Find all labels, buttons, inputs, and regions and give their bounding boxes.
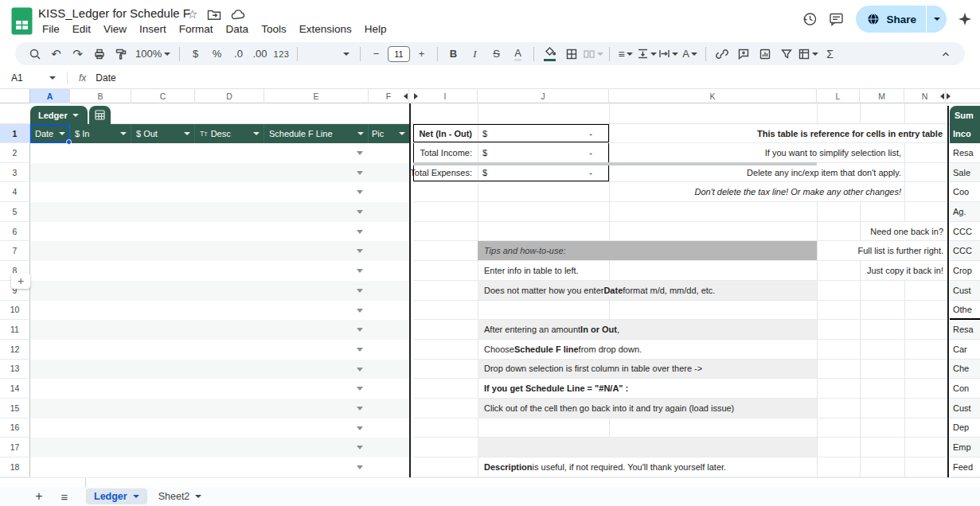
column-header-end[interactable]	[946, 89, 980, 103]
reference-row-cells[interactable]: If you get Schedule Line = "#N/A" :	[413, 379, 947, 399]
sheet-tab-menu-icon[interactable]	[133, 495, 139, 498]
column-header-out[interactable]: $ Out	[131, 124, 195, 143]
summary-item-cell[interactable]: Dep	[950, 418, 980, 438]
schedule-f-dropdown-icon[interactable]	[357, 348, 363, 352]
summary-item-cell[interactable]: Cust	[950, 281, 980, 301]
ledger-row-cells[interactable]	[30, 281, 409, 301]
summary-item-cell[interactable]: Con	[950, 379, 980, 399]
ledger-row-cells[interactable]	[30, 143, 409, 163]
schedule-f-dropdown-icon[interactable]	[357, 465, 363, 469]
tip-text-cell[interactable]: If you get Schedule Line = "#N/A" :	[482, 379, 631, 398]
column-header-f[interactable]: F	[369, 89, 409, 103]
ledger-row-cells[interactable]	[30, 261, 409, 281]
dropdown-icon[interactable]	[357, 132, 364, 135]
summary-item-cell[interactable]: Car	[950, 340, 980, 360]
column-header-k[interactable]: K	[609, 89, 817, 103]
summary-item-cell[interactable]: CCC	[950, 241, 980, 261]
version-history-icon[interactable]	[802, 11, 818, 27]
ledger-row-cells[interactable]	[30, 340, 409, 360]
name-box-caret-icon[interactable]	[49, 76, 56, 80]
column-header-d[interactable]: D	[195, 89, 264, 103]
sheets-logo-icon[interactable]	[11, 7, 33, 35]
reference-row-cells[interactable]: Description is useful, if not required. …	[413, 457, 947, 477]
functions-icon[interactable]: Σ	[820, 45, 840, 64]
summary-item-cell[interactable]: Resa	[950, 320, 980, 340]
table-chip-ledger[interactable]: Ledger	[30, 106, 88, 124]
column-header-schedule-f-line[interactable]: Schedule F Line	[264, 124, 369, 143]
note-text-cell[interactable]: Delete any inc/exp item that don't apply…	[745, 163, 903, 182]
schedule-f-dropdown-icon[interactable]	[357, 446, 363, 450]
reference-row-cells[interactable]	[413, 418, 947, 438]
add-sheet-button[interactable]: +	[29, 489, 49, 504]
column-header-l[interactable]: L	[817, 89, 860, 103]
gemini-sparkle-icon[interactable]	[958, 12, 972, 26]
schedule-f-dropdown-icon[interactable]	[357, 190, 363, 194]
sheet-tab-sheet2[interactable]: Sheet2	[150, 488, 210, 504]
redo-icon[interactable]: ↷	[68, 45, 88, 64]
schedule-f-dropdown-icon[interactable]	[357, 426, 363, 430]
summary-item-cell[interactable]: CCC	[950, 222, 980, 242]
insert-chart-icon[interactable]	[755, 45, 775, 64]
cloud-status-icon[interactable]	[231, 9, 246, 21]
share-button[interactable]: Share	[856, 6, 947, 33]
reference-row-cells[interactable]: Click out of the cell then go back into …	[413, 399, 947, 418]
font-select[interactable]	[303, 45, 354, 64]
reference-row-cells[interactable]: Tips and how-to-use:Full list is further…	[413, 241, 947, 261]
summary-item-cell[interactable]: Feed	[950, 457, 980, 477]
ledger-row-cells[interactable]	[30, 360, 409, 380]
ledger-row-cells[interactable]	[30, 202, 409, 222]
summary-item-cell[interactable]: Othe	[950, 301, 980, 321]
undo-icon[interactable]: ↶	[46, 45, 66, 64]
ledger-row-cells[interactable]	[30, 182, 409, 202]
reference-header-row[interactable]: Net (In - Out) $ - This table is referen…	[413, 124, 947, 143]
tip-text-cell[interactable]: Click out of the cell then go back into …	[482, 399, 736, 418]
summary-item-cell[interactable]: Ag.	[950, 202, 980, 222]
strikethrough-icon[interactable]: S	[486, 45, 506, 64]
menu-file[interactable]: File	[37, 21, 65, 37]
schedule-f-dropdown-icon[interactable]	[357, 151, 363, 155]
summary-item-cell[interactable]: Crop	[950, 261, 980, 281]
summary-item-cell[interactable]: Sale	[950, 163, 980, 183]
table-chip-summary[interactable]: Sum	[950, 106, 980, 124]
schedule-f-dropdown-icon[interactable]	[357, 210, 363, 214]
row-header[interactable]: 16	[0, 418, 30, 438]
net-label-cell[interactable]: Net (In - Out)	[373, 124, 475, 142]
schedule-f-dropdown-icon[interactable]	[357, 269, 363, 273]
menu-insert[interactable]: Insert	[134, 21, 172, 37]
text-rotation-icon[interactable]: A	[680, 45, 700, 64]
row-header[interactable]: 17	[0, 438, 30, 457]
reference-row-cells[interactable]: Choose Schedule F line from drop down.	[413, 340, 947, 360]
merge-cells-icon[interactable]	[583, 45, 603, 64]
note-text-cell[interactable]: Don't delete the tax line! Or make any o…	[693, 182, 903, 201]
bold-icon[interactable]: B	[443, 45, 463, 64]
reference-row-cells[interactable]	[413, 202, 947, 222]
vertical-align-icon[interactable]	[637, 45, 657, 64]
row-header[interactable]: 3	[0, 163, 30, 183]
column-header-date[interactable]: Date	[30, 124, 70, 143]
schedule-f-dropdown-icon[interactable]	[357, 309, 363, 313]
insert-row-button[interactable]: +	[11, 273, 30, 289]
row-header[interactable]: 13	[0, 360, 30, 380]
column-header-b[interactable]: B	[70, 89, 131, 103]
tip-text-cell[interactable]: Description is useful, if not required. …	[482, 457, 728, 477]
ledger-row-cells[interactable]	[30, 438, 409, 457]
insert-link-icon[interactable]	[712, 45, 732, 64]
column-header-in[interactable]: $ In	[70, 124, 131, 143]
ledger-row-cells[interactable]	[30, 399, 409, 418]
increase-decimals-icon[interactable]: .00	[250, 45, 270, 64]
reference-row-cells[interactable]	[413, 438, 947, 457]
row-header[interactable]: 5	[0, 202, 30, 222]
dropdown-icon[interactable]	[184, 132, 190, 135]
summary-item-cell[interactable]: Resa	[950, 143, 980, 163]
scrollbar-strip[interactable]	[0, 477, 980, 487]
decrease-decimals-icon[interactable]: .0	[228, 45, 248, 64]
sheet-tab-menu-icon[interactable]	[195, 495, 201, 498]
column-header-n[interactable]: N	[904, 89, 946, 103]
hidden-columns-expand-icon[interactable]	[940, 93, 944, 99]
increase-font-size-icon[interactable]: +	[412, 45, 431, 64]
tip-text-cell[interactable]: After entering an amount In or Out,	[482, 320, 622, 339]
schedule-f-dropdown-icon[interactable]	[357, 289, 363, 293]
hidden-columns-expand-icon[interactable]	[404, 93, 408, 99]
row-header[interactable]: 15	[0, 399, 30, 418]
schedule-f-dropdown-icon[interactable]	[357, 368, 363, 372]
